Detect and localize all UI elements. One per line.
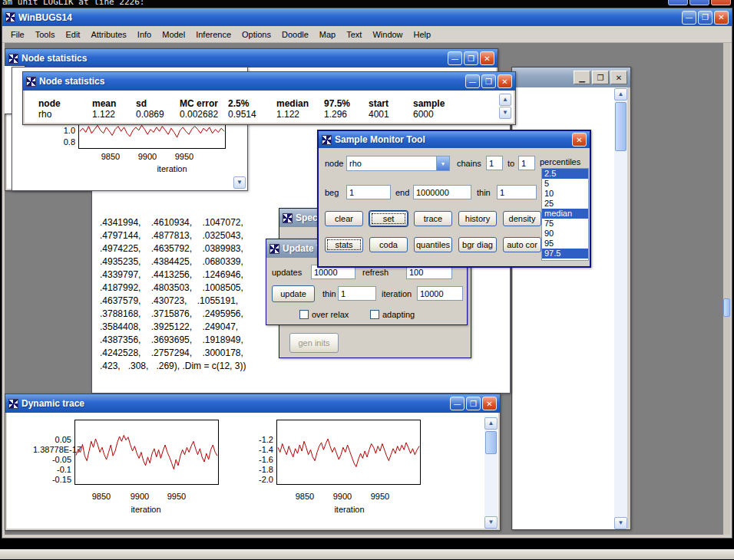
x-tick-label: 9850 bbox=[98, 152, 123, 161]
menu-edit[interactable]: Edit bbox=[60, 28, 85, 41]
set-button[interactable]: set bbox=[369, 211, 408, 226]
minimize-icon[interactable]: — bbox=[450, 397, 465, 410]
gen-inits-button[interactable]: gen inits bbox=[289, 333, 339, 353]
column-header: 97.5% bbox=[324, 98, 369, 109]
chevron-down-icon[interactable]: ▼ bbox=[436, 156, 449, 170]
node-statistics-back-titlebar[interactable]: Node statistics — ❐ ✕ bbox=[5, 49, 498, 68]
maximize-icon[interactable]: ❐ bbox=[481, 74, 496, 88]
winbugs-icon bbox=[8, 399, 18, 409]
scroll-up-icon[interactable]: ▲ bbox=[614, 88, 627, 100]
menu-text[interactable]: Text bbox=[341, 28, 367, 41]
chains-to-input[interactable]: 1 bbox=[518, 156, 535, 170]
maximize-icon[interactable]: ❐ bbox=[464, 51, 478, 65]
minimize-icon[interactable]: — bbox=[682, 11, 696, 25]
winbugs-icon bbox=[269, 244, 279, 254]
sample-monitor-titlebar[interactable]: Sample Monitor Tool ✕ bbox=[319, 131, 590, 148]
x-tick-label: 9950 bbox=[172, 152, 197, 161]
table-cell: 1.122 bbox=[276, 109, 324, 120]
close-icon[interactable]: ✕ bbox=[498, 74, 512, 88]
scroll-down-icon[interactable]: ▼ bbox=[499, 107, 511, 119]
end-input[interactable]: 1000000 bbox=[413, 185, 471, 199]
beg-input[interactable]: 1 bbox=[346, 185, 391, 199]
percentile-option-75[interactable]: 75 bbox=[542, 219, 588, 229]
quantiles-button[interactable]: quantiles bbox=[414, 237, 452, 252]
scroll-down-icon[interactable]: ▼ bbox=[484, 516, 498, 529]
menu-help[interactable]: Help bbox=[408, 28, 437, 41]
percentile-option-90[interactable]: 90 bbox=[542, 229, 588, 239]
menu-doodle[interactable]: Doodle bbox=[276, 28, 314, 41]
dialog-title: Sample Monitor Tool bbox=[335, 134, 569, 145]
scroll-up-icon[interactable]: ▲ bbox=[499, 94, 511, 106]
close-icon[interactable] bbox=[711, 0, 731, 5]
percentile-option-median[interactable]: median bbox=[542, 209, 588, 219]
stats-button[interactable]: stats bbox=[325, 237, 363, 252]
percentiles-listbox[interactable]: 2.551025median75909597.5 bbox=[541, 168, 589, 261]
node-statistics-titlebar[interactable]: Node statistics — ❐ ✕ bbox=[23, 72, 515, 91]
iteration-input[interactable]: 10000 bbox=[417, 286, 463, 301]
update-button[interactable]: update bbox=[272, 285, 315, 302]
minimize-icon[interactable] bbox=[668, 0, 688, 5]
y-tick-label: 1.0 bbox=[37, 126, 75, 135]
thin-input[interactable]: 1 bbox=[338, 286, 376, 301]
scroll-up-icon[interactable]: ▲ bbox=[484, 417, 498, 430]
node-label: node bbox=[325, 159, 343, 168]
menu-tools[interactable]: Tools bbox=[30, 28, 61, 41]
close-icon[interactable]: ✕ bbox=[610, 71, 627, 84]
density-button[interactable]: density bbox=[503, 211, 541, 226]
menu-window[interactable]: Window bbox=[367, 28, 408, 41]
percentile-option-97-5[interactable]: 97.5 bbox=[542, 249, 588, 259]
menu-info[interactable]: Info bbox=[132, 28, 157, 41]
menu-model[interactable]: Model bbox=[157, 28, 190, 41]
menu-file[interactable]: File bbox=[5, 28, 30, 41]
close-icon[interactable]: ✕ bbox=[482, 397, 497, 410]
minimize-icon[interactable]: — bbox=[448, 51, 462, 65]
percentile-option-25[interactable]: 25 bbox=[542, 199, 588, 209]
maximize-icon[interactable]: ❐ bbox=[698, 11, 713, 25]
chains-input[interactable]: 1 bbox=[486, 156, 503, 170]
maximize-icon[interactable] bbox=[689, 0, 709, 5]
coda-button[interactable]: coda bbox=[369, 237, 408, 252]
close-icon[interactable]: ✕ bbox=[572, 133, 587, 147]
dynamic-trace-titlebar[interactable]: Dynamic trace — ❐ ✕ bbox=[5, 394, 500, 413]
log-titlebar[interactable]: ▁ ❐ ✕ bbox=[512, 68, 630, 87]
log-scrollbar[interactable] bbox=[614, 87, 627, 529]
maximize-icon[interactable]: ❐ bbox=[466, 397, 481, 410]
scrollbar-thumb[interactable] bbox=[485, 431, 497, 454]
percentile-option-2-5[interactable]: 2.5 bbox=[542, 169, 588, 179]
menu-options[interactable]: Options bbox=[236, 28, 276, 41]
minimize-icon[interactable]: — bbox=[465, 74, 480, 88]
percentile-option-10[interactable]: 10 bbox=[542, 189, 588, 199]
winbugs-icon bbox=[5, 12, 15, 22]
thin-input[interactable]: 1 bbox=[497, 185, 537, 199]
history-button[interactable]: history bbox=[458, 211, 497, 226]
minimize-icon[interactable]: ▁ bbox=[574, 71, 590, 84]
adapting-checkbox[interactable] bbox=[370, 310, 379, 319]
clear-button[interactable]: clear bbox=[325, 211, 363, 226]
percentile-option-5[interactable]: 5 bbox=[542, 179, 588, 189]
scroll-down-icon[interactable]: ▼ bbox=[233, 176, 246, 189]
statistics-table: nodemeansdMC error2.5%median97.5%startsa… bbox=[38, 98, 461, 120]
trace-button[interactable]: trace bbox=[414, 211, 452, 226]
scrollbar-thumb[interactable] bbox=[615, 102, 627, 151]
bgr-diag-button[interactable]: bgr diag bbox=[458, 237, 497, 252]
over-relax-checkbox[interactable] bbox=[299, 310, 309, 319]
maximize-icon[interactable]: ❐ bbox=[592, 71, 609, 84]
y-tick-label: -0.05 bbox=[33, 455, 71, 464]
auto-cor-button[interactable]: auto cor bbox=[503, 237, 541, 252]
scrollbar-thumb[interactable] bbox=[723, 298, 730, 317]
main-scrollbar[interactable] bbox=[723, 43, 730, 535]
menu-inference[interactable]: Inference bbox=[190, 28, 236, 41]
percentile-option-95[interactable]: 95 bbox=[542, 239, 588, 249]
scroll-down-icon[interactable]: ▼ bbox=[614, 517, 627, 529]
document-line: .4387356, .3693695, .1918949, bbox=[100, 334, 246, 347]
close-icon[interactable]: ✕ bbox=[714, 11, 729, 25]
close-icon[interactable]: ✕ bbox=[480, 51, 494, 65]
document-line: .4637579, .430723, .1055191, bbox=[100, 295, 246, 308]
table-cell: 0.9514 bbox=[228, 109, 276, 120]
menu-attributes[interactable]: Attributes bbox=[85, 28, 131, 41]
main-titlebar[interactable]: WinBUGS14 — ❐ ✕ bbox=[2, 8, 732, 26]
node-combobox[interactable]: rho ▼ bbox=[346, 156, 450, 171]
menu-map[interactable]: Map bbox=[314, 28, 341, 41]
thin-value: 1 bbox=[500, 188, 504, 197]
column-header: mean bbox=[92, 98, 136, 109]
